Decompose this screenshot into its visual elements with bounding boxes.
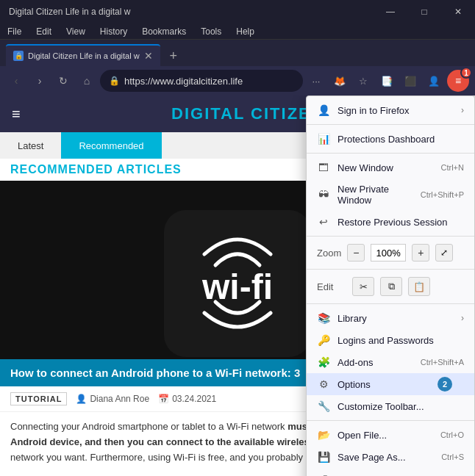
zoom-minus-button[interactable]: − <box>347 244 365 262</box>
logins-label: Logins and Passwords <box>338 335 464 346</box>
lock-icon: 🔒 <box>109 76 120 86</box>
active-tab[interactable]: 🔒 Digital Citizen Life in a digital w ✕ <box>6 44 160 66</box>
menu-item-addons[interactable]: 🧩 Add-ons Ctrl+Shift+A <box>307 351 474 373</box>
menu-view[interactable]: View <box>63 25 88 38</box>
address-text: https://www.digitalcitizen.life <box>124 76 294 87</box>
open-file-icon: 📂 <box>317 429 330 441</box>
menu-item-logins[interactable]: 🔑 Logins and Passwords <box>307 329 474 351</box>
tab-close-button[interactable]: ✕ <box>144 51 153 61</box>
title-bar: Digital Citizen Life in a digital w — □ … <box>0 0 475 24</box>
menu-item-signin[interactable]: 👤 Sign in to Firefox › <box>307 99 474 121</box>
wifi-icon: wi-fi <box>179 225 296 342</box>
zoom-value: 100% <box>371 244 406 262</box>
dropdown-menu: 👤 Sign in to Firefox › 📊 Protections Das… <box>306 95 475 476</box>
article-body-text1: Connecting your Android smartphone or ta… <box>10 421 285 432</box>
menu-item-print[interactable]: 🖨 Print... Ctrl+P <box>307 468 474 476</box>
addons-shortcut: Ctrl+Shift+A <box>421 358 464 367</box>
open-file-label: Open File... <box>338 430 433 441</box>
home-button[interactable]: ⌂ <box>76 71 97 91</box>
restore-label: Restore Previous Session <box>338 217 464 228</box>
protections-label: Protections Dashboard <box>338 134 464 145</box>
back-button[interactable]: ‹ <box>6 71 26 91</box>
menu-item-library[interactable]: 📚 Library › <box>307 307 474 329</box>
open-file-shortcut: Ctrl+O <box>440 430 464 439</box>
menu-edit[interactable]: Edit <box>33 25 54 38</box>
tab-title: Digital Citizen Life in a digital w <box>28 51 140 60</box>
library-icon: 📚 <box>317 312 330 324</box>
paste-button[interactable]: 📋 <box>408 277 430 296</box>
menu-section-edit: Edit ✂ ⧉ 📋 <box>307 270 474 304</box>
zoom-row: Zoom − 100% + ⤢ <box>307 239 474 266</box>
edit-row: Edit ✂ ⧉ 📋 <box>307 273 474 300</box>
print-label: Print... <box>338 474 434 477</box>
site-hamburger-icon[interactable]: ≡ <box>12 106 21 123</box>
nav-bar: ‹ › ↻ ⌂ 🔒 https://www.digitalcitizen.lif… <box>0 66 475 95</box>
menu-item-options[interactable]: ⚙ Options 2 <box>307 373 474 395</box>
author-icon: 👤 <box>76 394 87 404</box>
menu-item-customize[interactable]: 🔧 Customize Toolbar... <box>307 395 474 417</box>
site-nav-recommended[interactable]: Recommended <box>61 132 161 159</box>
menu-item-new-window[interactable]: 🗔 New Window Ctrl+N <box>307 156 474 178</box>
tab-bar: 🔒 Digital Citizen Life in a digital w ✕ … <box>0 40 475 66</box>
menu-item-open-file[interactable]: 📂 Open File... Ctrl+O <box>307 424 474 446</box>
new-window-icon: 🗔 <box>317 162 330 173</box>
menu-file[interactable]: File <box>4 25 24 38</box>
cut-button[interactable]: ✂ <box>352 277 374 296</box>
private-window-icon: 🕶 <box>317 189 330 201</box>
hamburger-badge: 1 <box>460 67 472 79</box>
edit-label: Edit <box>317 281 346 292</box>
account-button[interactable]: 👤 <box>424 71 444 91</box>
date-icon: 📅 <box>158 394 169 404</box>
zoom-plus-button[interactable]: + <box>412 244 429 262</box>
zoom-label: Zoom <box>317 248 341 259</box>
new-window-label: New Window <box>338 162 434 173</box>
logins-icon: 🔑 <box>317 334 330 346</box>
minimize-button[interactable]: — <box>374 0 407 24</box>
menu-item-save-page[interactable]: 💾 Save Page As... Ctrl+S <box>307 446 474 468</box>
menu-section-file: 📂 Open File... Ctrl+O 💾 Save Page As... … <box>307 421 474 476</box>
menu-section-protections: 📊 Protections Dashboard <box>307 125 474 154</box>
restore-icon: ↩ <box>317 216 330 228</box>
pocket-button[interactable]: 🦊 <box>329 71 350 91</box>
menu-tools[interactable]: Tools <box>198 25 224 38</box>
svg-text:wi-fi: wi-fi <box>201 267 273 306</box>
more-button[interactable]: ··· <box>306 71 326 91</box>
menu-item-restore-session[interactable]: ↩ Restore Previous Session <box>307 211 474 233</box>
category-badge: TUTORIAL <box>10 392 67 405</box>
menu-item-protections[interactable]: 📊 Protections Dashboard <box>307 128 474 150</box>
new-tab-button[interactable]: + <box>163 46 184 66</box>
forward-button[interactable]: › <box>29 71 50 91</box>
new-window-shortcut: Ctrl+N <box>441 163 464 172</box>
page-content: ≡ DIGITAL CITIZEN Latest Recommended REC… <box>0 95 475 476</box>
save-page-icon: 💾 <box>317 451 330 463</box>
menu-section-zoom: Zoom − 100% + ⤢ <box>307 237 474 270</box>
bookmark-button[interactable]: ☆ <box>353 71 374 91</box>
reload-button[interactable]: ↻ <box>53 71 74 91</box>
wifi-icon-container: wi-fi <box>164 210 311 357</box>
customize-label: Customize Toolbar... <box>338 401 464 412</box>
signin-arrow: › <box>461 105 464 115</box>
container-button[interactable]: ⬛ <box>400 71 421 91</box>
maximize-button[interactable]: □ <box>407 0 441 24</box>
copy-button[interactable]: ⧉ <box>380 277 402 296</box>
menu-item-private-window[interactable]: 🕶 New Private Window Ctrl+Shift+P <box>307 178 474 211</box>
menu-history[interactable]: History <box>97 25 130 38</box>
zoom-expand-button[interactable]: ⤢ <box>435 244 453 262</box>
addons-label: Add-ons <box>338 357 413 368</box>
addons-icon: 🧩 <box>317 356 330 368</box>
menu-help[interactable]: Help <box>233 25 257 38</box>
hamburger-menu-button[interactable]: ≡ 1 <box>447 70 469 92</box>
site-nav-latest[interactable]: Latest <box>0 132 61 159</box>
date-info: 📅 03.24.2021 <box>158 394 216 404</box>
article-title-text: How to connect an Android phone to a Wi-… <box>10 367 300 379</box>
address-bar[interactable]: 🔒 https://www.digitalcitizen.life <box>100 70 303 92</box>
signin-icon: 👤 <box>317 104 330 116</box>
synced-tabs-button[interactable]: 📑 <box>376 71 397 91</box>
close-button[interactable]: ✕ <box>441 0 475 24</box>
library-arrow: › <box>461 313 464 323</box>
title-bar-text: Digital Citizen Life in a digital w <box>6 7 130 17</box>
menu-bar: File Edit View History Bookmarks Tools H… <box>0 24 475 40</box>
menu-section-signin: 👤 Sign in to Firefox › <box>307 96 474 125</box>
menu-bookmarks[interactable]: Bookmarks <box>139 25 189 38</box>
site-logo-text: DIGITAL CITIZEN <box>171 104 324 123</box>
